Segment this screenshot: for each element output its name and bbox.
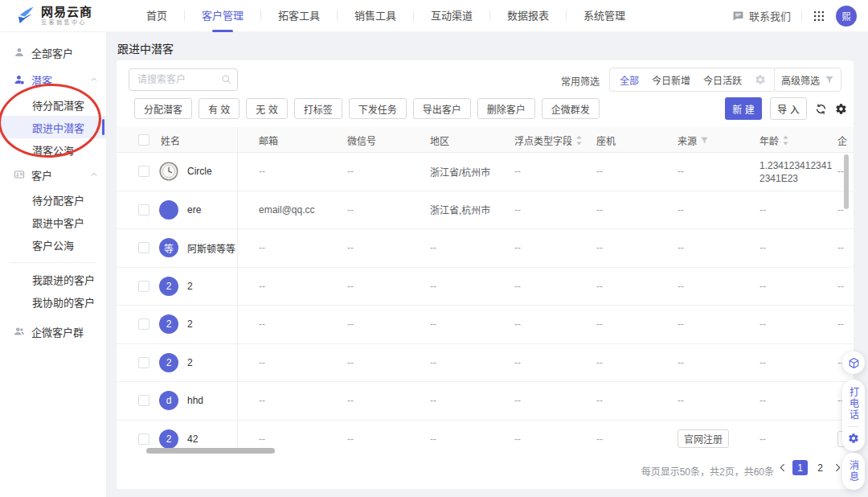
- sidebar-item-customer-pool[interactable]: 客户公海: [0, 233, 106, 256]
- cell-name[interactable]: 42: [187, 421, 198, 449]
- contact-us-button[interactable]: 联系我们: [732, 8, 791, 23]
- cell-age: --: [760, 306, 833, 343]
- nav-item-interaction-channels[interactable]: 互动渠道: [414, 0, 489, 32]
- create-button[interactable]: 新 建: [725, 97, 762, 120]
- row-checkbox[interactable]: [138, 318, 149, 330]
- cell-email: --: [259, 268, 342, 306]
- cell-enterprise: --: [837, 268, 854, 306]
- person-icon: [14, 47, 25, 58]
- cell-age: --: [760, 268, 833, 306]
- call-button[interactable]: 打电话: [847, 387, 861, 421]
- user-avatar[interactable]: 熙: [836, 6, 857, 27]
- table-row: ereemail@qq.cc--浙江省,杭州市----------: [117, 191, 854, 230]
- cell-landline: --: [596, 191, 673, 229]
- cell-age: --: [760, 382, 833, 420]
- column-filter-icon[interactable]: [700, 136, 709, 145]
- nav-item-system-management[interactable]: 系统管理: [567, 0, 642, 32]
- delete-customers-button[interactable]: 删除客户: [477, 98, 535, 119]
- source-tag: 官网注册: [678, 429, 729, 448]
- row-checkbox[interactable]: [138, 433, 149, 445]
- column-label: 微信号: [347, 133, 376, 147]
- prev-page-button[interactable]: [777, 462, 788, 473]
- sidebar-item-label: 跟进中潜客: [32, 120, 84, 135]
- sidebar-item-my-following-customers[interactable]: 我跟进的客户: [0, 268, 106, 290]
- sort-icon[interactable]: [575, 135, 583, 146]
- cell-age: 1.2341234123412341E23: [760, 153, 833, 191]
- filter-settings-gear-icon[interactable]: [755, 74, 766, 85]
- sidebar-item-my-assisted-customers[interactable]: 我协助的客户: [0, 290, 106, 313]
- mark-invalid-button[interactable]: 无 效: [246, 98, 287, 119]
- active-indicator: [102, 119, 104, 135]
- avatar: d: [159, 391, 178, 410]
- nav-item-customer-management[interactable]: 客户管理: [185, 0, 260, 32]
- vertical-scrollbar-thumb[interactable]: [844, 154, 849, 209]
- cell-name[interactable]: 2: [187, 306, 193, 343]
- column-header-enterprise: 企: [837, 127, 847, 153]
- wecom-group-send-button[interactable]: 企微群发: [542, 98, 600, 119]
- row-checkbox[interactable]: [138, 204, 149, 216]
- cell-email: --: [259, 344, 342, 382]
- sidebar-item-following-customers[interactable]: 跟进中客户: [0, 211, 106, 233]
- row-checkbox[interactable]: [138, 166, 149, 177]
- column-header-source[interactable]: 来源: [678, 127, 709, 153]
- nav-item-acquisition-tools[interactable]: 拓客工具: [261, 0, 337, 32]
- quick-filter-today-active[interactable]: 今日活跃: [703, 73, 742, 87]
- sidebar-divider: [10, 262, 96, 263]
- sort-icon[interactable]: [782, 135, 789, 146]
- cell-wechat: --: [347, 229, 425, 267]
- sidebar-item-label: 客户: [31, 167, 52, 183]
- export-customers-button[interactable]: 导出客户: [413, 98, 471, 119]
- cell-name[interactable]: Circle: [187, 153, 212, 191]
- column-header-age[interactable]: 年龄: [760, 127, 789, 153]
- call-settings-gear-icon[interactable]: [848, 433, 859, 444]
- nav-item-data-reports[interactable]: 数据报表: [490, 0, 566, 32]
- sidebar-item-following-prospects[interactable]: 跟进中潜客: [0, 116, 106, 138]
- row-checkbox[interactable]: [138, 395, 149, 406]
- horizontal-scrollbar-thumb[interactable]: [146, 448, 275, 454]
- sidebar-menu: 全部客户潜客待分配潜客跟进中潜客潜客公海客户待分配客户跟进中客户客户公海我跟进的…: [0, 39, 106, 345]
- cell-name[interactable]: hhd: [187, 382, 203, 420]
- apps-grid-icon[interactable]: [813, 10, 825, 23]
- cell-name[interactable]: ere: [187, 191, 201, 229]
- sidebar-item-pending-prospects[interactable]: 待分配潜客: [0, 93, 106, 116]
- cell-name[interactable]: 阿斯顿等等: [187, 229, 235, 267]
- frozen-column-divider: [237, 127, 238, 448]
- mark-valid-button[interactable]: 有 效: [199, 98, 240, 119]
- mini-program-button[interactable]: [842, 351, 865, 374]
- search-box: [129, 68, 238, 91]
- row-checkbox[interactable]: [138, 242, 149, 253]
- page-button-1[interactable]: 1: [792, 460, 808, 475]
- tag-button[interactable]: 打标签: [294, 98, 342, 119]
- cell-name[interactable]: 2: [187, 344, 193, 382]
- select-all-checkbox[interactable]: [138, 134, 149, 146]
- message-button[interactable]: 消息: [847, 460, 861, 483]
- sidebar-item-pending-customers[interactable]: 待分配客户: [0, 188, 106, 211]
- cell-float-field: --: [514, 421, 592, 449]
- advanced-filter-button[interactable]: 高级筛选: [774, 68, 841, 92]
- cell-name[interactable]: 2: [187, 268, 193, 306]
- cell-float-field: --: [514, 306, 592, 343]
- quick-filter-all[interactable]: 全部: [620, 73, 639, 87]
- import-button[interactable]: 导 入: [770, 97, 807, 120]
- nav-item-sales-tools[interactable]: 销售工具: [338, 0, 413, 32]
- row-checkbox[interactable]: [138, 281, 149, 292]
- page-button-2[interactable]: 2: [813, 460, 828, 475]
- sidebar-item-label: 全部客户: [31, 45, 73, 60]
- divider: [801, 10, 802, 22]
- refresh-icon[interactable]: [815, 103, 827, 115]
- sidebar-item-all-customers[interactable]: 全部客户: [0, 39, 106, 66]
- dispatch-task-button[interactable]: 下发任务: [349, 98, 407, 119]
- sidebar-item-prospects[interactable]: 潜客: [0, 66, 106, 93]
- sidebar-item-wecom-customer-groups[interactable]: 企微客户群: [0, 318, 106, 345]
- sidebar-item-customers[interactable]: 客户: [0, 161, 106, 188]
- collapse-icon[interactable]: [90, 170, 98, 179]
- row-checkbox[interactable]: [138, 357, 149, 368]
- assign-prospects-button[interactable]: 分配潜客: [134, 98, 192, 119]
- quick-filter-today-new[interactable]: 今日新增: [652, 73, 690, 87]
- nav-item-home[interactable]: 首页: [129, 0, 184, 32]
- logo[interactable]: 网易云商 互客销售中心: [14, 5, 92, 27]
- collapse-icon[interactable]: [90, 76, 98, 84]
- sidebar-item-prospect-pool[interactable]: 潜客公海: [0, 138, 106, 161]
- column-header-float-field[interactable]: 浮点类型字段: [514, 127, 583, 153]
- table-settings-gear-icon[interactable]: [835, 103, 847, 115]
